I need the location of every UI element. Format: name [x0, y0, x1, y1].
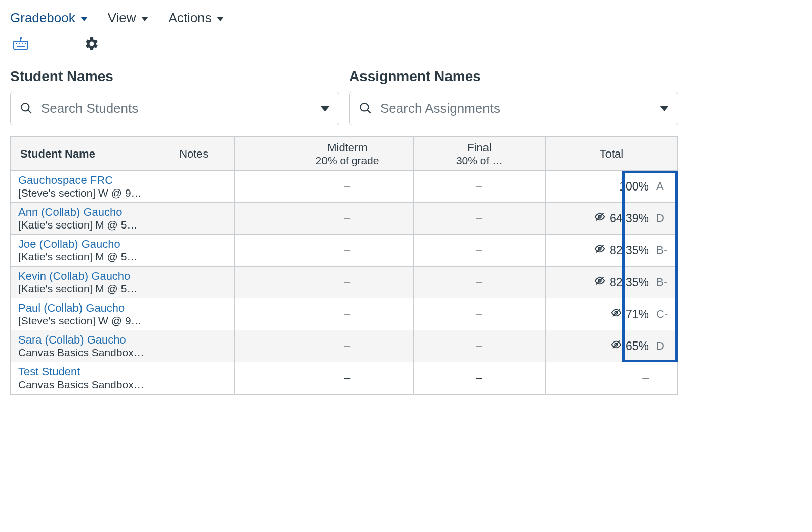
- total-cell[interactable]: 82.35%B-: [545, 267, 677, 298]
- student-search-box[interactable]: [10, 92, 339, 125]
- student-name-link[interactable]: Gauchospace FRC: [18, 174, 146, 187]
- total-percent: 64.39%: [610, 212, 649, 225]
- svg-line-9: [28, 110, 31, 113]
- table-row: Test StudentCanvas Basics Sandbox,…–––: [11, 362, 678, 394]
- midterm-cell[interactable]: –: [281, 330, 414, 362]
- icon-toolbar: [10, 36, 802, 53]
- total-cell[interactable]: 65%D: [545, 330, 677, 362]
- notes-cell[interactable]: [153, 362, 235, 394]
- total-cell[interactable]: 71%C-: [545, 298, 677, 330]
- notes-cell[interactable]: [153, 330, 235, 362]
- top-toolbar: Gradebook View Actions: [10, 10, 802, 26]
- notes-cell[interactable]: [153, 267, 235, 298]
- assignment-search-input[interactable]: [380, 101, 660, 117]
- midterm-cell[interactable]: –: [281, 298, 414, 330]
- notes-cell[interactable]: [153, 203, 235, 235]
- student-name-link[interactable]: Paul (Collab) Gaucho: [18, 301, 146, 315]
- student-section: [Katie's section] M @ 5…: [18, 219, 146, 231]
- total-percent: 71%: [626, 308, 649, 321]
- student-cell[interactable]: Joe (Collab) Gaucho[Katie's section] M @…: [11, 235, 153, 267]
- student-name-link[interactable]: Test Student: [18, 365, 146, 378]
- final-cell[interactable]: –: [414, 267, 546, 298]
- total-letter-grade: A: [656, 180, 670, 193]
- final-cell[interactable]: –: [414, 203, 546, 235]
- search-icon: [359, 102, 372, 115]
- col-student-header[interactable]: Student Name: [11, 137, 153, 171]
- col-blank-header: [234, 137, 281, 171]
- student-cell[interactable]: Ann (Collab) Gaucho[Katie's section] M @…: [11, 203, 153, 235]
- assignment-search-group: Assignment Names: [349, 68, 678, 125]
- student-cell[interactable]: Sara (Collab) GauchoCanvas Basics Sandbo…: [11, 330, 153, 362]
- student-section: [Steve's section] W @ 9…: [18, 187, 146, 199]
- chevron-down-icon[interactable]: [320, 106, 330, 111]
- actions-label: Actions: [169, 10, 212, 26]
- total-cell[interactable]: 82.35%B-: [545, 235, 677, 267]
- notes-cell[interactable]: [153, 298, 235, 330]
- hidden-eye-icon: [594, 243, 605, 257]
- hidden-eye-icon: [611, 307, 622, 321]
- student-section: [Katie's section] M @ 5…: [18, 283, 146, 295]
- col-total-header[interactable]: Total: [545, 137, 677, 171]
- midterm-cell[interactable]: –: [281, 362, 414, 394]
- student-name-link[interactable]: Ann (Collab) Gaucho: [18, 206, 146, 219]
- svg-rect-0: [14, 41, 28, 49]
- blank-cell[interactable]: [234, 203, 281, 235]
- midterm-cell[interactable]: –: [281, 203, 414, 235]
- final-cell[interactable]: –: [414, 362, 546, 394]
- col-notes-header[interactable]: Notes: [153, 137, 235, 171]
- view-dropdown[interactable]: View: [108, 10, 148, 26]
- student-name-link[interactable]: Kevin (Collab) Gaucho: [18, 270, 146, 283]
- assignment-search-label: Assignment Names: [349, 68, 678, 85]
- student-cell[interactable]: Paul (Collab) Gaucho[Steve's section] W …: [11, 298, 153, 330]
- blank-cell[interactable]: [234, 330, 281, 362]
- col-final-header[interactable]: Final 30% of …: [414, 137, 546, 171]
- caret-down-icon: [217, 17, 224, 21]
- total-letter-grade: B-: [656, 276, 670, 289]
- student-name-link[interactable]: Sara (Collab) Gaucho: [18, 333, 146, 347]
- blank-cell[interactable]: [234, 235, 281, 267]
- assignment-search-box[interactable]: [349, 92, 678, 125]
- total-letter-grade: C-: [656, 308, 670, 321]
- total-percent: 100%: [619, 180, 649, 194]
- svg-point-2: [20, 37, 22, 39]
- final-cell[interactable]: –: [414, 171, 546, 203]
- total-letter-grade: D: [656, 212, 670, 225]
- gradebook-dropdown[interactable]: Gradebook: [10, 10, 88, 26]
- gradebook-grid: Student Name Notes Midterm 20% of grade …: [10, 136, 678, 395]
- chevron-down-icon[interactable]: [660, 106, 669, 111]
- table-row: Ann (Collab) Gaucho[Katie's section] M @…: [11, 203, 678, 235]
- blank-cell[interactable]: [234, 362, 281, 394]
- midterm-cell[interactable]: –: [281, 267, 414, 298]
- gear-icon[interactable]: [84, 36, 99, 53]
- svg-line-11: [367, 110, 371, 113]
- notes-cell[interactable]: [153, 171, 235, 203]
- search-row: Student Names Assignment Names: [10, 68, 802, 125]
- blank-cell[interactable]: [234, 267, 281, 298]
- total-cell[interactable]: 100%A: [545, 171, 677, 203]
- keyboard-icon[interactable]: [13, 37, 28, 52]
- final-cell[interactable]: –: [414, 235, 546, 267]
- actions-dropdown[interactable]: Actions: [169, 10, 224, 26]
- col-midterm-header[interactable]: Midterm 20% of grade: [281, 137, 414, 171]
- blank-cell[interactable]: [234, 298, 281, 330]
- total-cell[interactable]: –: [545, 362, 677, 394]
- student-cell[interactable]: Kevin (Collab) Gaucho[Katie's section] M…: [11, 267, 153, 298]
- blank-cell[interactable]: [234, 171, 281, 203]
- total-cell[interactable]: 64.39%D: [545, 203, 677, 235]
- student-search-label: Student Names: [10, 68, 339, 85]
- student-cell[interactable]: Gauchospace FRC[Steve's section] W @ 9…: [11, 171, 153, 203]
- student-section: [Katie's section] M @ 5…: [18, 251, 146, 263]
- total-letter-grade: D: [656, 339, 670, 353]
- caret-down-icon: [141, 17, 148, 21]
- midterm-cell[interactable]: –: [281, 171, 414, 203]
- svg-point-8: [21, 103, 29, 111]
- notes-cell[interactable]: [153, 235, 235, 267]
- total-percent: 82.35%: [610, 276, 649, 289]
- student-name-link[interactable]: Joe (Collab) Gaucho: [18, 238, 146, 251]
- total-percent: 65%: [626, 339, 649, 353]
- student-search-input[interactable]: [41, 101, 320, 117]
- final-cell[interactable]: –: [414, 330, 546, 362]
- student-cell[interactable]: Test StudentCanvas Basics Sandbox,…: [11, 362, 153, 394]
- final-cell[interactable]: –: [414, 298, 546, 330]
- midterm-cell[interactable]: –: [281, 235, 414, 267]
